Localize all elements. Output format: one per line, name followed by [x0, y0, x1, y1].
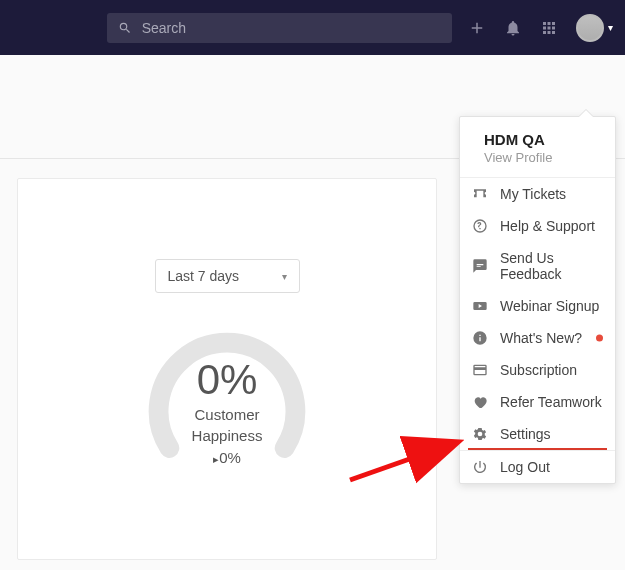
- gauge-percent: 0%: [192, 356, 263, 404]
- apps-icon[interactable]: [540, 19, 558, 37]
- notification-dot: [596, 335, 603, 342]
- avatar: [576, 14, 604, 42]
- gear-icon: [472, 426, 488, 442]
- menu-item-label: Subscription: [500, 362, 577, 378]
- topbar-actions: ▾: [468, 14, 613, 42]
- date-range-label: Last 7 days: [168, 268, 240, 284]
- menu-username: HDM QA: [484, 131, 599, 148]
- search-icon: [117, 19, 134, 37]
- menu-item-feedback[interactable]: Send Us Feedback: [460, 242, 615, 290]
- heart-icon: [472, 394, 488, 410]
- menu-item-label: Help & Support: [500, 218, 595, 234]
- chat-icon: [472, 258, 488, 274]
- card-icon: [472, 362, 488, 378]
- video-icon: [472, 298, 488, 314]
- power-icon: [472, 459, 488, 475]
- search-input[interactable]: [142, 20, 442, 36]
- gauge-label-2: Happiness: [192, 427, 263, 446]
- user-menu-trigger[interactable]: ▾: [576, 14, 613, 42]
- topbar: ▾: [0, 0, 625, 55]
- date-range-dropdown[interactable]: Last 7 days ▾: [155, 259, 300, 293]
- menu-item-logout[interactable]: Log Out: [460, 450, 615, 483]
- gauge: 0% Customer Happiness ▸0%: [137, 313, 317, 493]
- help-icon: [472, 218, 488, 234]
- menu-item-label: What's New?: [500, 330, 582, 346]
- bell-icon[interactable]: [504, 19, 522, 37]
- add-icon[interactable]: [468, 19, 486, 37]
- user-menu: HDM QA View Profile My Tickets Help & Su…: [459, 116, 616, 484]
- happiness-card: Last 7 days ▾ 0% Customer Happiness ▸0%: [17, 178, 437, 560]
- menu-item-label: Send Us Feedback: [500, 250, 603, 282]
- menu-item-refer[interactable]: Refer Teamwork: [460, 386, 615, 418]
- page: Last 7 days ▾ 0% Customer Happiness ▸0% …: [0, 55, 625, 570]
- menu-item-my-tickets[interactable]: My Tickets: [460, 178, 615, 210]
- chevron-down-icon: ▾: [608, 22, 613, 33]
- menu-item-whatsnew[interactable]: What's New?: [460, 322, 615, 354]
- search-field[interactable]: [107, 13, 452, 43]
- menu-item-label: Webinar Signup: [500, 298, 599, 314]
- info-icon: [472, 330, 488, 346]
- menu-item-settings[interactable]: Settings: [460, 418, 615, 450]
- caret-down-icon: ▾: [282, 271, 287, 282]
- menu-item-subscription[interactable]: Subscription: [460, 354, 615, 386]
- menu-item-label: Log Out: [500, 459, 550, 475]
- menu-item-label: My Tickets: [500, 186, 566, 202]
- ticket-icon: [472, 186, 488, 202]
- delta-value: 0%: [219, 449, 241, 466]
- menu-item-label: Settings: [500, 426, 551, 442]
- gauge-delta: ▸0%: [192, 449, 263, 466]
- menu-header: HDM QA View Profile: [460, 117, 615, 178]
- menu-item-webinar[interactable]: Webinar Signup: [460, 290, 615, 322]
- menu-item-help[interactable]: Help & Support: [460, 210, 615, 242]
- menu-item-label: Refer Teamwork: [500, 394, 602, 410]
- view-profile-link[interactable]: View Profile: [484, 150, 599, 165]
- gauge-label-1: Customer: [192, 406, 263, 425]
